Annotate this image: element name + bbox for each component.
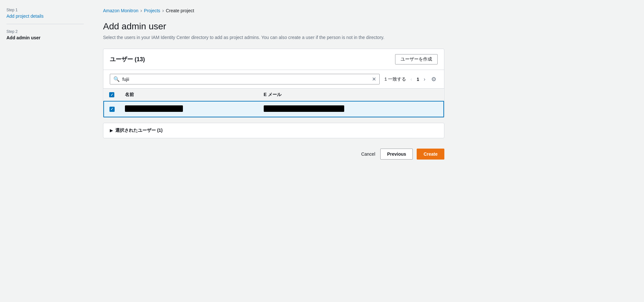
table-settings-icon[interactable]: ⚙ <box>430 75 438 83</box>
create-user-button[interactable]: ユーザーを作成 <box>395 54 438 64</box>
breadcrumb-link-monitron[interactable]: Amazon Monitron <box>103 8 138 13</box>
email-redacted <box>264 105 344 112</box>
page-description: Select the users in your IAM Identity Ce… <box>103 34 393 41</box>
search-input[interactable] <box>122 77 369 82</box>
table-cell-checkbox: ✓ <box>104 101 120 117</box>
breadcrumb-current: Create project <box>166 8 194 13</box>
table-header-checkbox-col: ✓ <box>104 89 120 101</box>
pagination-page-number: 1 <box>417 77 419 82</box>
pagination-prev-button[interactable]: ‹ <box>409 76 414 83</box>
user-panel-title: ユーザー (13) <box>110 55 145 63</box>
sidebar-step1-label: Step 1 <box>6 8 84 12</box>
breadcrumb: Amazon Monitron › Projects › Create proj… <box>103 8 631 14</box>
selected-users-panel: ▶ 選択されたユーザー (1) <box>103 123 444 138</box>
previous-button[interactable]: Previous <box>380 149 413 160</box>
table-header-name: 名前 <box>120 89 259 101</box>
breadcrumb-link-projects[interactable]: Projects <box>144 8 160 13</box>
user-table: ✓ 名前 E メール ✓ <box>103 89 444 117</box>
selected-users-toggle[interactable]: ▶ 選択されたユーザー (1) <box>110 128 438 133</box>
check-mark-icon: ✓ <box>110 93 113 97</box>
user-panel: ユーザー (13) ユーザーを作成 🔍 ✕ １一致する ‹ 1 › ⚙ <box>103 49 444 118</box>
pagination-next-button[interactable]: › <box>422 76 427 83</box>
results-count-text: １一致する <box>384 76 406 82</box>
row-checkbox[interactable]: ✓ <box>109 107 115 112</box>
sidebar-step2-active: Add admin user <box>6 35 84 40</box>
user-panel-header: ユーザー (13) ユーザーを作成 <box>103 49 444 70</box>
sidebar-step2-label: Step 2 <box>6 29 84 34</box>
create-button[interactable]: Create <box>417 149 444 160</box>
table-row[interactable]: ✓ <box>104 101 444 117</box>
selected-users-label: 選択されたユーザー (1) <box>115 128 163 133</box>
sidebar-step1-link[interactable]: Add project details <box>6 14 43 19</box>
cancel-button[interactable]: Cancel <box>360 149 377 159</box>
search-icon: 🔍 <box>113 76 120 82</box>
breadcrumb-separator-1: › <box>140 8 142 14</box>
table-cell-name <box>120 101 259 117</box>
search-bar-container: 🔍 ✕ １一致する ‹ 1 › ⚙ <box>103 70 444 89</box>
toggle-arrow-icon: ▶ <box>110 128 113 133</box>
sidebar-divider <box>6 24 84 24</box>
breadcrumb-separator-2: › <box>162 8 164 14</box>
clear-search-icon[interactable]: ✕ <box>372 76 376 82</box>
search-input-wrapper: 🔍 ✕ <box>110 74 380 84</box>
search-results-info: １一致する ‹ 1 › ⚙ <box>384 75 438 83</box>
table-cell-email <box>259 101 444 117</box>
header-checkbox-wrapper: ✓ <box>109 92 115 97</box>
row-checkbox-wrapper: ✓ <box>109 107 115 112</box>
header-checkbox[interactable]: ✓ <box>109 92 114 97</box>
main-content: Amazon Monitron › Projects › Create proj… <box>90 0 644 302</box>
row-check-mark-icon: ✓ <box>110 107 113 111</box>
table-header-email: E メール <box>259 89 444 101</box>
page-title: Add admin user <box>103 21 631 32</box>
page-container: Step 1 Add project details Step 2 Add ad… <box>0 0 644 302</box>
name-redacted <box>125 105 183 112</box>
bottom-actions: Cancel Previous Create <box>103 146 444 160</box>
sidebar: Step 1 Add project details Step 2 Add ad… <box>0 0 90 302</box>
table-header-row: ✓ 名前 E メール <box>104 89 444 101</box>
